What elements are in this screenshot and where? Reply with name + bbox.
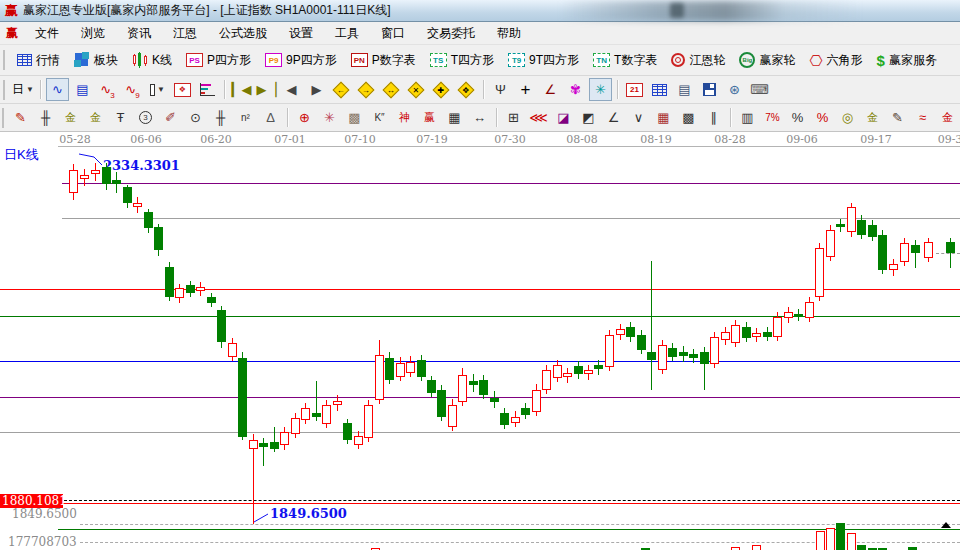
menu-item-帮助[interactable]: 帮助 (486, 22, 532, 45)
pen-tool[interactable]: ✎ (9, 106, 32, 129)
last-page-button[interactable]: ▶▕ (255, 78, 278, 101)
p-square-button[interactable]: PSP四方形 (179, 47, 258, 73)
wave9-button[interactable]: ∿9 (121, 78, 144, 101)
wave-overlay-button[interactable]: ∿ (46, 78, 69, 101)
first-page-button[interactable]: ▎◀ (230, 78, 253, 101)
ruler-tool[interactable]: ╫ (34, 106, 57, 129)
computer-button[interactable]: ⌨ (748, 78, 771, 101)
first-page-button-icon: ▎◀ (231, 83, 251, 96)
gann-brain-button[interactable]: ✳ (589, 78, 612, 101)
menu-item-江恩[interactable]: 江恩 (162, 22, 208, 45)
menu-item-交易委托[interactable]: 交易委托 (416, 22, 486, 45)
span-tool[interactable]: ↔ (468, 106, 491, 129)
diamond-hscale-button[interactable]: ↔ (380, 78, 403, 101)
k-prime-tool[interactable]: K″ (368, 106, 391, 129)
gann-wheel-button[interactable]: 江恩轮 (664, 47, 732, 73)
flower-tool-button[interactable]: ✾ (564, 78, 587, 101)
fan-box-tool[interactable]: ◪ (552, 106, 575, 129)
angle-lines-tool[interactable]: ∠ (602, 106, 625, 129)
candle-body (375, 355, 384, 400)
t9-square-button[interactable]: T99T四方形 (501, 47, 586, 73)
pen2-tool[interactable]: ✐ (159, 106, 182, 129)
percent-tool[interactable]: % (786, 106, 809, 129)
diamond-zoomout-button[interactable]: ✕ (405, 78, 428, 101)
prev-page-button[interactable]: ◀ (280, 78, 303, 101)
gold-red-tool[interactable]: 金 (936, 106, 959, 129)
calculator-button[interactable] (648, 78, 671, 101)
info-list-button[interactable]: ▤ (71, 78, 94, 101)
menu-item-公式选股[interactable]: 公式选股 (208, 22, 278, 45)
calendar-button[interactable]: 21 (623, 78, 646, 101)
winner-service-button[interactable]: $赢家服务 (870, 47, 944, 73)
percent7-tool[interactable]: 7% (761, 106, 784, 129)
f-lines-tool[interactable]: Ŧ (109, 106, 132, 129)
zigzag-tool[interactable]: ∨ (627, 106, 650, 129)
gold-section2-tool[interactable]: 金 (84, 106, 107, 129)
candle-body (427, 380, 436, 393)
star-grid-tool[interactable]: ✳ (318, 106, 341, 129)
quotes-button[interactable]: 行情 (10, 47, 67, 73)
save-button[interactable] (698, 78, 721, 101)
cycle-tool[interactable]: ⊙ (184, 106, 207, 129)
histogram-button[interactable] (196, 78, 219, 101)
title-bar: 赢 赢家江恩专业版[赢家内部服务平台] - [上证指数 SH1A0001-111… (0, 0, 960, 22)
candle-body (144, 212, 153, 228)
gann-fan-tool[interactable]: ⋘ (527, 106, 550, 129)
ying-tool[interactable]: 赢 (418, 106, 441, 129)
candle-body (165, 267, 174, 297)
wave3-button[interactable]: ∿3 (96, 78, 119, 101)
wave-fit-tool[interactable]: ≈ (911, 106, 934, 129)
menu-item-资讯[interactable]: 资讯 (116, 22, 162, 45)
grid123-tool[interactable]: ▦ (443, 106, 466, 129)
menu-item-设置[interactable]: 设置 (278, 22, 324, 45)
n-square-tool[interactable]: n² (234, 106, 257, 129)
percent-bars-tool[interactable]: ▥ (736, 106, 759, 129)
bar (201, 88, 208, 90)
shen-tool[interactable]: 神 (393, 106, 416, 129)
candle-body (836, 224, 845, 227)
target-tool[interactable]: ⊕ (293, 106, 316, 129)
circle3-tool[interactable]: 3 (134, 106, 157, 129)
flag-pen-tool[interactable]: ✎ (886, 106, 909, 129)
period-day-button[interactable]: 日▼ (11, 78, 35, 101)
red-grid-tool[interactable]: ▦ (652, 106, 675, 129)
menu-item-工具[interactable]: 工具 (324, 22, 370, 45)
pattern-box-button[interactable]: ❖ (171, 78, 194, 101)
gold-section-tool[interactable]: 金 (59, 106, 82, 129)
gold-lines-tool[interactable]: 金 (861, 106, 884, 129)
menu-item-浏览[interactable]: 浏览 (70, 22, 116, 45)
winner-wheel-button[interactable]: Big赢家轮 (732, 47, 802, 73)
sectors-button[interactable]: 板块 (67, 47, 125, 73)
p9-square-button[interactable]: P99P四方形 (258, 47, 344, 73)
candle-style-button[interactable]: ▼ (146, 78, 169, 101)
menu-item-文件[interactable]: 文件 (24, 22, 70, 45)
angle-mark-button[interactable]: ∠ (539, 78, 562, 101)
diamond-fit-button[interactable]: ✥ (455, 78, 478, 101)
gold-circle-tool[interactable]: ◎ (836, 106, 859, 129)
next-page-button[interactable]: ▶ (305, 78, 328, 101)
t-square-button[interactable]: TST四方形 (423, 47, 501, 73)
parallel-tool[interactable]: ∥ (702, 106, 725, 129)
candle-body (333, 401, 342, 405)
apex-tool[interactable]: Δ (259, 106, 282, 129)
p-number-table-button-icon: PN (351, 53, 368, 67)
diamond-left-button[interactable]: ← (330, 78, 353, 101)
hand-tool-button[interactable]: Ψ (489, 78, 512, 101)
diamond-zoomin-button[interactable]: ✚ (430, 78, 453, 101)
hexagon-button[interactable]: ⎔六角形 (802, 47, 869, 73)
chart-canvas[interactable]: 日K线 2334.3301 1849.6500 1880.1081 1849.6… (0, 132, 960, 550)
menu-item-窗口[interactable]: 窗口 (370, 22, 416, 45)
fan-box2-tool[interactable]: ◩ (577, 106, 600, 129)
percent-line-tool[interactable]: % (811, 106, 834, 129)
crosshair-button[interactable]: + (514, 78, 537, 101)
grid-box-tool[interactable]: ▩ (343, 106, 366, 129)
frame-tool[interactable]: ⊞ (502, 106, 525, 129)
ruler2-tool[interactable]: ╫ (209, 106, 232, 129)
p-number-table-button[interactable]: PNP数字表 (344, 47, 423, 73)
dark-grid-tool[interactable]: ▩ (677, 106, 700, 129)
diamond-right-button[interactable]: → (355, 78, 378, 101)
network-button[interactable]: ⊛ (723, 78, 746, 101)
t-number-table-button[interactable]: TNT数字表 (586, 47, 664, 73)
kline-button[interactable]: K线 (125, 47, 179, 73)
notebook-button[interactable]: ▤ (673, 78, 696, 101)
